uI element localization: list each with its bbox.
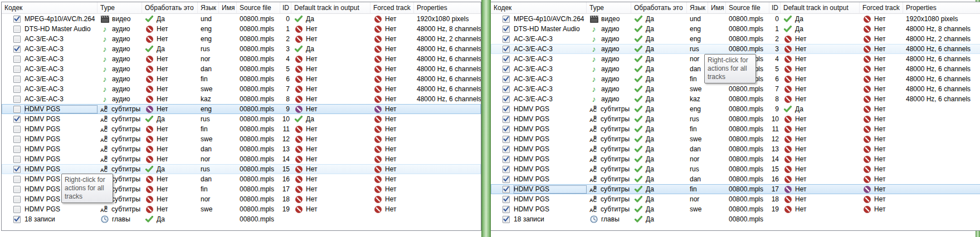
track-checkbox[interactable] xyxy=(13,206,21,213)
column-header[interactable]: Forced track xyxy=(860,2,903,14)
track-checkbox[interactable] xyxy=(503,156,510,163)
column-header[interactable]: Forced track xyxy=(370,2,414,14)
track-checkbox[interactable] xyxy=(503,46,510,53)
column-header[interactable]: Кодек xyxy=(2,2,97,14)
column-header[interactable]: Кодек xyxy=(491,2,587,14)
table-row[interactable]: AC-3/E-AC-3 ♪аудио Нет nor 00800.mpls 4 … xyxy=(2,54,481,64)
track-checkbox[interactable] xyxy=(13,86,21,93)
track-checkbox[interactable] xyxy=(503,136,510,143)
track-checkbox[interactable] xyxy=(13,176,21,183)
track-checkbox[interactable] xyxy=(13,116,21,123)
track-checkbox[interactable] xyxy=(13,96,21,103)
table-row[interactable]: AC-3/E-AC-3 ♪аудио Нет dan 00800.mpls 5 … xyxy=(2,64,481,74)
track-checkbox[interactable] xyxy=(503,106,510,113)
track-checkbox[interactable] xyxy=(13,106,21,113)
table-row[interactable]: HDMV PGS BACсубтитры Нет swe 00800.mpls … xyxy=(2,134,481,144)
table-row[interactable]: AC-3/E-AC-3 ♪аудио Да kaz 00800.mpls 8 Н… xyxy=(491,94,980,104)
table-row[interactable]: HDMV PGS BACсубтитры Да nor 00800.mpls 1… xyxy=(491,194,980,204)
track-checkbox[interactable] xyxy=(13,166,21,173)
table-row[interactable]: HDMV PGS BACсубтитры Да swe 00800.mpls 1… xyxy=(491,204,980,214)
table-row[interactable]: DTS-HD Master Audio ♪аудио Нет eng 00800… xyxy=(2,24,481,34)
track-checkbox[interactable] xyxy=(503,216,510,223)
column-header[interactable]: Обработать это xyxy=(142,2,198,14)
column-header[interactable]: Имя xyxy=(219,2,237,14)
table-row[interactable]: HDMV PGS BACсубтитры Да nor 00800.mpls 1… xyxy=(491,154,980,164)
track-checkbox[interactable] xyxy=(13,136,21,143)
table-row[interactable]: MPEG-4p10/AVC/h.264 видео Да und 00800.m… xyxy=(2,14,481,24)
track-checkbox[interactable] xyxy=(503,116,510,123)
track-checkbox[interactable] xyxy=(13,196,21,203)
table-row[interactable]: DTS-HD Master Audio ♪аудио Да eng 00800.… xyxy=(491,24,980,34)
table-row[interactable]: AC-3/E-AC-3 ♪аудио Да eng 00800.mpls 2 Н… xyxy=(491,34,980,44)
column-header[interactable]: Обработать это xyxy=(631,2,687,14)
track-checkbox[interactable] xyxy=(503,186,510,193)
column-header[interactable]: Type xyxy=(97,2,142,14)
table-row[interactable]: AC-3/E-AC-3 ♪аудио Нет fin 00800.mpls 6 … xyxy=(2,74,481,84)
table-row[interactable]: AC-3/E-AC-3 ♪аудио Да rus 00800.mpls 3 Д… xyxy=(2,44,481,54)
table-row[interactable]: HDMV PGS BACсубтитры Да swe 00800.mpls 1… xyxy=(491,134,980,144)
table-row[interactable]: HDMV PGS BACсубтитры Да dan 00800.mpls 1… xyxy=(491,144,980,154)
track-checkbox[interactable] xyxy=(13,186,21,193)
track-checkbox[interactable] xyxy=(503,96,510,103)
track-checkbox[interactable] xyxy=(13,36,21,43)
codec-cell: HDMV PGS xyxy=(491,194,587,204)
track-checkbox[interactable] xyxy=(13,66,21,73)
table-row[interactable]: HDMV PGS BACсубтитры Да rus 00800.mpls 1… xyxy=(491,164,980,174)
column-header[interactable]: Source file xyxy=(237,2,280,14)
track-checkbox[interactable] xyxy=(13,156,21,163)
table-row[interactable]: AC-3/E-AC-3 ♪аудио Да swe 00800.mpls 7 Н… xyxy=(491,84,980,94)
forced-label: Нет xyxy=(385,85,396,93)
column-header[interactable]: Source file xyxy=(726,2,769,14)
track-checkbox[interactable] xyxy=(503,126,510,133)
table-row[interactable]: HDMV PGS BACсубтитры Нет eng 00800.mpls … xyxy=(2,104,481,114)
table-row[interactable]: HDMV PGS BACсубтитры Да eng 00800.mpls 9… xyxy=(491,104,980,114)
column-header[interactable]: Type xyxy=(587,2,631,14)
track-checkbox[interactable] xyxy=(503,66,510,73)
column-header[interactable]: Имя xyxy=(708,2,726,14)
table-row[interactable]: AC-3/E-AC-3 ♪аудио Да rus 00800.mpls 3 Н… xyxy=(491,44,980,54)
track-checkbox[interactable] xyxy=(503,166,510,173)
table-row[interactable]: HDMV PGS BACсубтитры Нет nor 00800.mpls … xyxy=(2,154,481,164)
track-checkbox[interactable] xyxy=(13,126,21,133)
table-row[interactable]: 18 записи главы Да 00800.mpls xyxy=(2,214,481,224)
table-row[interactable]: HDMV PGS BACсубтитры Да rus 00800.mpls 1… xyxy=(2,164,481,174)
table-row[interactable]: HDMV PGS BACсубтитры Да fin 00800.mpls 1… xyxy=(491,124,980,134)
table-row[interactable]: HDMV PGS BACсубтитры Да rus 00800.mpls 1… xyxy=(2,114,481,124)
column-header[interactable]: ID xyxy=(769,2,781,14)
table-row[interactable]: HDMV PGS BACсубтитры Нет fin 00800.mpls … xyxy=(2,124,481,134)
column-header[interactable]: Properties xyxy=(414,2,481,14)
column-header[interactable]: Default track in output xyxy=(781,2,860,14)
track-checkbox[interactable] xyxy=(503,176,510,183)
table-row[interactable]: HDMV PGS BACсубтитры Да rus 00800.mpls 1… xyxy=(491,114,980,124)
track-checkbox[interactable] xyxy=(13,46,21,53)
track-checkbox[interactable] xyxy=(503,16,510,23)
table-row[interactable]: HDMV PGS BACсубтитры Да dan 00800.mpls 1… xyxy=(491,174,980,184)
track-checkbox[interactable] xyxy=(503,86,510,93)
column-header[interactable]: Язык xyxy=(198,2,219,14)
track-checkbox[interactable] xyxy=(13,216,21,223)
track-checkbox[interactable] xyxy=(503,56,510,63)
column-header[interactable]: Properties xyxy=(903,2,980,14)
table-row[interactable]: AC-3/E-AC-3 ♪аудио Нет eng 00800.mpls 2 … xyxy=(2,34,481,44)
track-checkbox[interactable] xyxy=(13,16,21,23)
column-header[interactable]: Язык xyxy=(687,2,708,14)
table-row[interactable]: AC-3/E-AC-3 ♪аудио Нет swe 00800.mpls 7 … xyxy=(2,84,481,94)
track-checkbox[interactable] xyxy=(13,76,21,83)
track-checkbox[interactable] xyxy=(503,206,510,213)
track-checkbox[interactable] xyxy=(503,146,510,153)
table-row[interactable]: MPEG-4p10/AVC/h.264 видео Да und 00800.m… xyxy=(491,14,980,24)
table-row[interactable]: HDMV PGS BACсубтитры Нет swe 00800.mpls … xyxy=(2,204,481,214)
table-row[interactable]: 18 записи главы Да 00800.mpls xyxy=(491,214,980,224)
table-row[interactable]: AC-3/E-AC-3 ♪аудио Нет kaz 00800.mpls 8 … xyxy=(2,94,481,104)
track-checkbox[interactable] xyxy=(503,76,510,83)
track-checkbox[interactable] xyxy=(503,26,510,33)
track-checkbox[interactable] xyxy=(13,56,21,63)
table-row[interactable]: HDMV PGS BACсубтитры Нет dan 00800.mpls … xyxy=(2,144,481,154)
track-checkbox[interactable] xyxy=(503,196,510,203)
track-checkbox[interactable] xyxy=(13,26,21,33)
track-checkbox[interactable] xyxy=(503,36,510,43)
column-header[interactable]: ID xyxy=(280,2,291,14)
track-checkbox[interactable] xyxy=(13,146,21,153)
column-header[interactable]: Default track in output xyxy=(291,2,370,14)
table-row[interactable]: HDMV PGS BACсубтитры Да fin 00800.mpls 1… xyxy=(491,184,980,194)
